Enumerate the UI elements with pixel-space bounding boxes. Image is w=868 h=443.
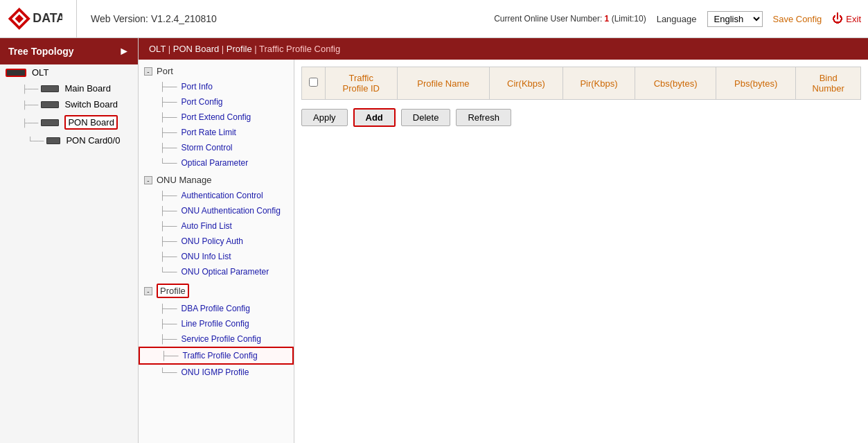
col-pir-kbps: Pir(Kbps) (563, 67, 635, 100)
nav-section-port-toggle[interactable]: - (144, 67, 152, 76)
col-checkbox (302, 67, 326, 100)
nav-section-port-header[interactable]: - Port (139, 63, 294, 79)
breadcrumb-pon-board[interactable]: PON Board (173, 44, 219, 54)
nav-item-label-auth-control: Authentication Control (181, 191, 263, 200)
nav-item-label-port-config: Port Config (181, 97, 223, 107)
nav-item-label-line-profile-config: Line Profile Config (181, 319, 249, 329)
exit-button[interactable]: ⏻ Exit (832, 12, 861, 25)
select-all-checkbox[interactable] (309, 78, 318, 87)
breadcrumb-profile[interactable]: Profile (227, 44, 252, 54)
power-icon: ⏻ (832, 12, 843, 25)
nav-item-label-storm-control: Storm Control (181, 143, 233, 153)
nav-section-profile-label: Profile (157, 284, 189, 298)
nav-section-port: - Port ├── Port Info ├── Port Config ├──… (139, 63, 294, 171)
add-button[interactable]: Add (353, 108, 396, 127)
sidebar-title: Tree Topology (8, 46, 74, 57)
logo-area: DATA (7, 0, 77, 37)
nav-section-onu-manage: - ONU Manage ├── Authentication Control … (139, 172, 294, 279)
sidebar-item-label-switch-board: Switch Board (64, 99, 118, 110)
header-right: Current Online User Number: 1 (Limit:10)… (494, 11, 861, 27)
switch-board-icon (41, 101, 59, 108)
nav-item-label-auto-find-list: Auto Find List (181, 221, 232, 231)
nav-section-profile: - Profile ├── DBA Profile Config ├── Lin… (139, 281, 294, 380)
main-layout: Tree Topology ► OLT ├── Main Board ├── S… (0, 38, 868, 443)
nav-item-onu-auth-config[interactable]: ├── ONU Authentication Config (139, 203, 294, 218)
sidebar-header: Tree Topology ► (0, 38, 138, 64)
save-config-link[interactable]: Save Config (773, 14, 822, 24)
nav-item-label-onu-auth-config: ONU Authentication Config (181, 206, 281, 216)
nav-item-label-service-profile-config: Service Profile Config (181, 334, 261, 344)
col-cir-kbps: Cir(Kbps) (490, 67, 563, 100)
language-label: Language (657, 14, 697, 24)
sidebar: Tree Topology ► OLT ├── Main Board ├── S… (0, 38, 139, 443)
nav-item-label-optical-parameter: Optical Parameter (181, 158, 249, 168)
nav-item-onu-igmp-profile[interactable]: └── ONU IGMP Profile (139, 365, 294, 380)
sidebar-item-main-board[interactable]: ├── Main Board (0, 80, 138, 96)
nav-section-profile-toggle[interactable]: - (144, 287, 152, 295)
nav-item-auto-find-list[interactable]: ├── Auto Find List (139, 218, 294, 234)
pon-board-icon (41, 119, 59, 126)
nav-item-optical-parameter[interactable]: └── Optical Parameter (139, 155, 294, 171)
pon-card-icon (46, 137, 60, 144)
nav-item-onu-policy-auth[interactable]: ├── ONU Policy Auth (139, 234, 294, 249)
nav-item-port-extend-config[interactable]: ├── Port Extend Config (139, 110, 294, 125)
nav-section-profile-header[interactable]: - Profile (139, 281, 294, 301)
col-bind-number: BindNumber (796, 67, 861, 100)
nav-item-label-port-extend-config: Port Extend Config (181, 112, 251, 122)
nav-item-label-onu-info-list: ONU Info List (181, 252, 231, 261)
refresh-button[interactable]: Refresh (456, 109, 511, 126)
nav-item-storm-control[interactable]: ├── Storm Control (139, 140, 294, 155)
action-bar: Apply Add Delete Refresh (301, 108, 861, 127)
online-users-label: Current Online User Number: 1 (Limit:10) (494, 14, 646, 24)
sidebar-item-olt[interactable]: OLT (0, 64, 138, 80)
nav-item-onu-info-list[interactable]: ├── ONU Info List (139, 249, 294, 264)
version-text: Web Version: V1.2.4_210810 (91, 13, 494, 24)
nav-item-label-onu-optical-param: ONU Optical Parameter (181, 267, 269, 277)
nav-item-label-port-rate-limit: Port Rate Limit (181, 128, 236, 137)
sidebar-item-label-olt: OLT (32, 67, 48, 78)
nav-item-label-onu-policy-auth: ONU Policy Auth (181, 236, 243, 246)
svg-text:DATA: DATA (33, 11, 62, 25)
online-count: 1 (605, 14, 610, 24)
nav-item-port-rate-limit[interactable]: ├── Port Rate Limit (139, 125, 294, 140)
main-board-icon (41, 85, 59, 92)
col-profile-name: Profile Name (397, 67, 490, 100)
sidebar-toggle-icon[interactable]: ► (118, 45, 130, 58)
sidebar-item-label-pon-card: PON Card0/0 (66, 135, 120, 146)
apply-button[interactable]: Apply (301, 109, 348, 126)
table-area: TrafficProfile ID Profile Name Cir(Kbps)… (294, 60, 868, 443)
breadcrumb-current: Traffic Profile Config (259, 44, 340, 54)
nav-item-auth-control[interactable]: ├── Authentication Control (139, 188, 294, 203)
logo-icon: DATA (7, 5, 62, 33)
header: DATA Web Version: V1.2.4_210810 Current … (0, 0, 868, 38)
nav-item-label-traffic-profile-config: Traffic Profile Config (183, 351, 258, 361)
nav-item-dba-profile-config[interactable]: ├── DBA Profile Config (139, 301, 294, 316)
nav-item-onu-optical-param[interactable]: └── ONU Optical Parameter (139, 264, 294, 279)
nav-section-onu-toggle[interactable]: - (144, 176, 152, 184)
nav-item-service-profile-config[interactable]: ├── Service Profile Config (139, 331, 294, 347)
sidebar-item-pon-board[interactable]: ├── PON Board (0, 112, 138, 132)
delete-button[interactable]: Delete (401, 109, 451, 126)
nav-item-line-profile-config[interactable]: ├── Line Profile Config (139, 316, 294, 331)
content-area: OLT | PON Board | Profile | Traffic Prof… (139, 38, 868, 443)
nav-item-port-info[interactable]: ├── Port Info (139, 79, 294, 94)
col-pbs-bytes: Pbs(bytes) (716, 67, 796, 100)
left-nav: - Port ├── Port Info ├── Port Config ├──… (139, 60, 294, 443)
col-traffic-profile-id: TrafficProfile ID (326, 67, 398, 100)
sidebar-item-pon-card[interactable]: └── PON Card0/0 (0, 132, 138, 148)
breadcrumb-olt[interactable]: OLT (149, 44, 166, 54)
sidebar-item-switch-board[interactable]: ├── Switch Board (0, 96, 138, 112)
nav-item-port-config[interactable]: ├── Port Config (139, 94, 294, 110)
sidebar-item-label-main-board: Main Board (64, 83, 110, 94)
breadcrumb: OLT | PON Board | Profile | Traffic Prof… (139, 38, 868, 60)
nav-section-port-label: Port (157, 66, 173, 76)
nav-item-label-dba-profile-config: DBA Profile Config (181, 304, 250, 313)
nav-section-onu-label: ONU Manage (157, 175, 211, 185)
nav-section-onu-header[interactable]: - ONU Manage (139, 172, 294, 188)
col-cbs-bytes: Cbs(bytes) (635, 67, 716, 100)
traffic-profile-table: TrafficProfile ID Profile Name Cir(Kbps)… (301, 67, 861, 100)
nav-item-traffic-profile-config[interactable]: ├── Traffic Profile Config (139, 347, 294, 365)
content-body: - Port ├── Port Info ├── Port Config ├──… (139, 60, 868, 443)
language-select[interactable]: English Chinese (707, 11, 763, 27)
sidebar-item-label-pon-board: PON Board (64, 115, 117, 130)
